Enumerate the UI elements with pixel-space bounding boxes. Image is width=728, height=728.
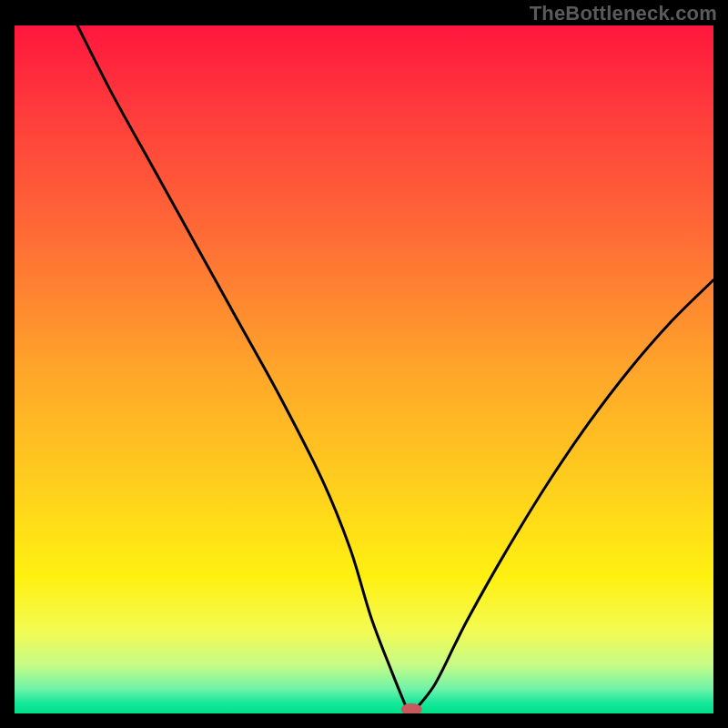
- plot-area: [15, 25, 713, 713]
- chart-frame: TheBottleneck.com: [0, 0, 728, 728]
- gradient-background: [15, 25, 713, 713]
- watermark-text: TheBottleneck.com: [530, 2, 717, 25]
- chart-svg: [15, 25, 713, 713]
